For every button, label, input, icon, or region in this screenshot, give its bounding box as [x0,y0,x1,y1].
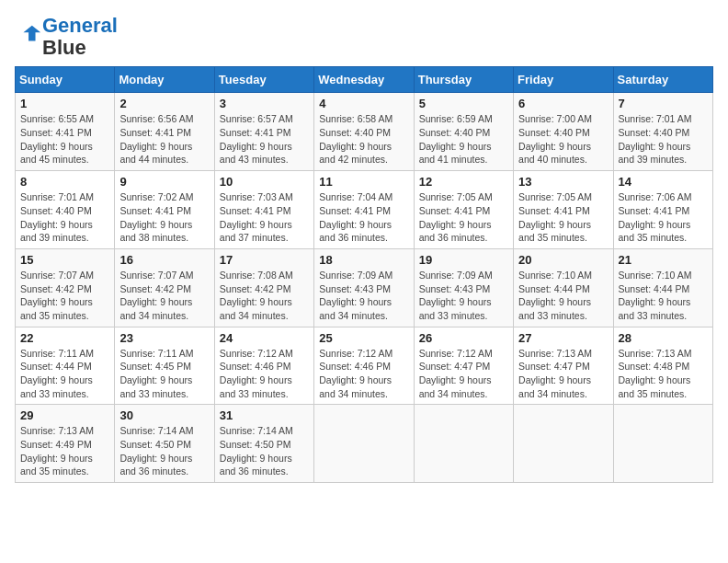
logo: GeneralBlue [15,15,118,59]
calendar-cell: 30 Sunrise: 7:14 AMSunset: 4:50 PMDaylig… [115,405,214,483]
day-detail: Sunrise: 7:12 AMSunset: 4:47 PMDaylight:… [419,347,508,401]
calendar-week: 1 Sunrise: 6:55 AMSunset: 4:41 PMDayligh… [16,93,713,171]
day-number: 13 [518,175,608,189]
calendar-cell: 27 Sunrise: 7:13 AMSunset: 4:47 PMDaylig… [514,327,613,405]
calendar-cell: 1 Sunrise: 6:55 AMSunset: 4:41 PMDayligh… [16,93,115,171]
calendar-cell: 26 Sunrise: 7:12 AMSunset: 4:47 PMDaylig… [414,327,513,405]
day-number: 21 [619,253,708,267]
day-detail: Sunrise: 7:13 AMSunset: 4:48 PMDaylight:… [619,347,708,401]
day-number: 2 [119,97,209,110]
day-detail: Sunrise: 7:10 AMSunset: 4:44 PMDaylight:… [518,269,608,323]
day-number: 7 [619,97,708,110]
day-number: 18 [319,253,408,267]
day-detail: Sunrise: 6:59 AMSunset: 4:40 PMDaylight:… [419,112,508,167]
day-number: 15 [20,253,109,267]
day-detail: Sunrise: 6:58 AMSunset: 4:40 PMDaylight:… [319,112,408,167]
weekday-header: Thursday [414,67,513,93]
day-detail: Sunrise: 7:14 AMSunset: 4:50 PMDaylight:… [220,424,309,478]
calendar-table: SundayMondayTuesdayWednesdayThursdayFrid… [15,66,713,483]
calendar-week: 22 Sunrise: 7:11 AMSunset: 4:44 PMDaylig… [16,327,713,405]
weekday-header: Sunday [16,67,115,93]
day-number: 26 [419,331,508,345]
day-detail: Sunrise: 7:14 AMSunset: 4:50 PMDaylight:… [119,424,209,478]
calendar-cell: 3 Sunrise: 6:57 AMSunset: 4:41 PMDayligh… [214,93,313,171]
day-number: 31 [220,408,309,422]
day-number: 1 [20,97,109,110]
day-number: 12 [419,175,508,189]
calendar-cell: 31 Sunrise: 7:14 AMSunset: 4:50 PMDaylig… [214,405,313,483]
calendar-cell: 29 Sunrise: 7:13 AMSunset: 4:49 PMDaylig… [16,405,115,483]
day-number: 10 [220,175,309,189]
calendar-cell: 2 Sunrise: 6:56 AMSunset: 4:41 PMDayligh… [115,93,214,171]
day-detail: Sunrise: 7:06 AMSunset: 4:41 PMDaylight:… [619,190,708,245]
calendar-cell: 17 Sunrise: 7:08 AMSunset: 4:42 PMDaylig… [214,248,313,327]
day-detail: Sunrise: 7:02 AMSunset: 4:41 PMDaylight:… [119,190,209,245]
day-number: 23 [119,331,209,345]
day-number: 11 [319,175,408,189]
calendar-cell: 22 Sunrise: 7:11 AMSunset: 4:44 PMDaylig… [16,327,115,405]
calendar-cell: 19 Sunrise: 7:09 AMSunset: 4:43 PMDaylig… [414,248,513,327]
day-number: 16 [119,253,209,267]
calendar-cell: 5 Sunrise: 6:59 AMSunset: 4:40 PMDayligh… [414,93,513,171]
weekday-header: Monday [115,67,214,93]
logo-icon [17,22,42,48]
calendar-cell: 9 Sunrise: 7:02 AMSunset: 4:41 PMDayligh… [115,171,214,249]
day-detail: Sunrise: 7:01 AMSunset: 4:40 PMDaylight:… [619,112,708,167]
calendar-cell [613,405,712,483]
svg-marker-0 [23,26,40,41]
calendar-cell: 15 Sunrise: 7:07 AMSunset: 4:42 PMDaylig… [16,248,115,327]
day-detail: Sunrise: 7:07 AMSunset: 4:42 PMDaylight:… [119,269,209,323]
day-detail: Sunrise: 7:11 AMSunset: 4:44 PMDaylight:… [20,347,109,401]
page-header: GeneralBlue [15,15,713,59]
calendar-cell: 8 Sunrise: 7:01 AMSunset: 4:40 PMDayligh… [16,171,115,249]
calendar-cell: 18 Sunrise: 7:09 AMSunset: 4:43 PMDaylig… [314,248,414,327]
day-number: 27 [518,331,608,345]
calendar-cell: 10 Sunrise: 7:03 AMSunset: 4:41 PMDaylig… [214,171,313,249]
weekday-header: Wednesday [314,67,414,93]
day-detail: Sunrise: 7:10 AMSunset: 4:44 PMDaylight:… [619,269,708,323]
day-number: 22 [20,331,109,345]
calendar-cell: 28 Sunrise: 7:13 AMSunset: 4:48 PMDaylig… [613,327,712,405]
day-number: 3 [220,97,309,110]
calendar-cell: 23 Sunrise: 7:11 AMSunset: 4:45 PMDaylig… [115,327,214,405]
calendar-cell: 4 Sunrise: 6:58 AMSunset: 4:40 PMDayligh… [314,93,414,171]
day-detail: Sunrise: 7:12 AMSunset: 4:46 PMDaylight:… [220,347,309,401]
day-detail: Sunrise: 7:01 AMSunset: 4:40 PMDaylight:… [20,190,109,245]
day-detail: Sunrise: 7:05 AMSunset: 4:41 PMDaylight:… [518,190,608,245]
day-detail: Sunrise: 6:55 AMSunset: 4:41 PMDaylight:… [20,112,109,167]
calendar-cell: 20 Sunrise: 7:10 AMSunset: 4:44 PMDaylig… [514,248,613,327]
calendar-cell: 13 Sunrise: 7:05 AMSunset: 4:41 PMDaylig… [514,171,613,249]
day-detail: Sunrise: 7:03 AMSunset: 4:41 PMDaylight:… [220,190,309,245]
day-detail: Sunrise: 7:08 AMSunset: 4:42 PMDaylight:… [220,269,309,323]
logo-text: GeneralBlue [42,15,118,59]
day-number: 4 [319,97,408,110]
calendar-week: 8 Sunrise: 7:01 AMSunset: 4:40 PMDayligh… [16,171,713,249]
calendar-cell [414,405,513,483]
day-detail: Sunrise: 7:13 AMSunset: 4:49 PMDaylight:… [20,424,109,478]
day-number: 6 [518,97,608,110]
day-number: 14 [619,175,708,189]
day-number: 9 [119,175,209,189]
day-detail: Sunrise: 6:57 AMSunset: 4:41 PMDaylight:… [220,112,309,167]
day-number: 25 [319,331,408,345]
day-number: 19 [419,253,508,267]
day-number: 24 [220,331,309,345]
day-number: 20 [518,253,608,267]
day-detail: Sunrise: 7:11 AMSunset: 4:45 PMDaylight:… [119,347,209,401]
day-detail: Sunrise: 6:56 AMSunset: 4:41 PMDaylight:… [119,112,209,167]
calendar-cell [314,405,414,483]
day-number: 29 [20,408,109,422]
calendar-week: 29 Sunrise: 7:13 AMSunset: 4:49 PMDaylig… [16,405,713,483]
day-detail: Sunrise: 7:07 AMSunset: 4:42 PMDaylight:… [20,269,109,323]
calendar-cell: 11 Sunrise: 7:04 AMSunset: 4:41 PMDaylig… [314,171,414,249]
calendar-cell: 24 Sunrise: 7:12 AMSunset: 4:46 PMDaylig… [214,327,313,405]
day-detail: Sunrise: 7:05 AMSunset: 4:41 PMDaylight:… [419,190,508,245]
calendar-cell: 25 Sunrise: 7:12 AMSunset: 4:46 PMDaylig… [314,327,414,405]
day-number: 17 [220,253,309,267]
calendar-cell: 21 Sunrise: 7:10 AMSunset: 4:44 PMDaylig… [613,248,712,327]
day-number: 28 [619,331,708,345]
weekday-header: Tuesday [214,67,313,93]
calendar-cell: 14 Sunrise: 7:06 AMSunset: 4:41 PMDaylig… [613,171,712,249]
day-detail: Sunrise: 7:09 AMSunset: 4:43 PMDaylight:… [319,269,408,323]
day-detail: Sunrise: 7:09 AMSunset: 4:43 PMDaylight:… [419,269,508,323]
